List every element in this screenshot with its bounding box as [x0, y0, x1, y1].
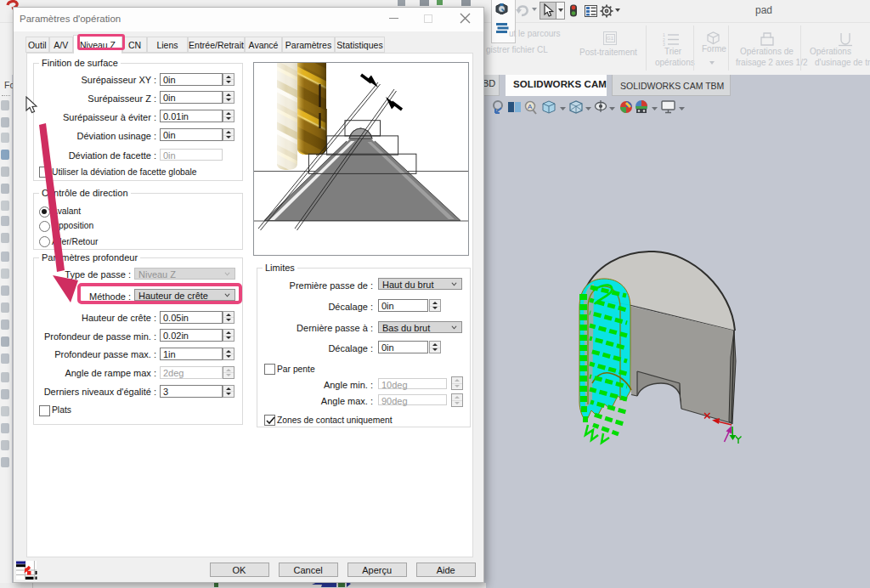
svg-text:3: 3: [663, 42, 665, 46]
svg-text:A: A: [528, 103, 533, 110]
